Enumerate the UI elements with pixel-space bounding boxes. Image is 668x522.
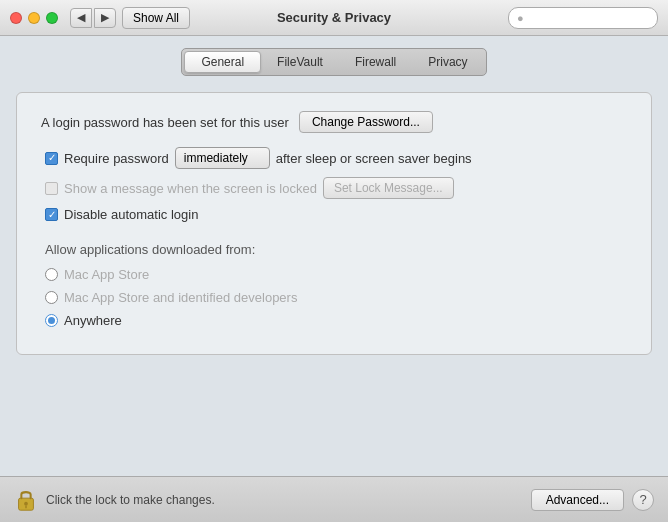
radio-mac-app-store-identified[interactable] (45, 291, 58, 304)
show-all-button[interactable]: Show All (122, 7, 190, 29)
minimize-button[interactable] (28, 12, 40, 24)
window-title: Security & Privacy (277, 10, 391, 25)
set-lock-message-button[interactable]: Set Lock Message... (323, 177, 454, 199)
require-password-label: Require password (64, 151, 169, 166)
search-box: ● (508, 7, 658, 29)
show-message-row: Show a message when the screen is locked… (41, 177, 627, 199)
advanced-button[interactable]: Advanced... (531, 489, 624, 511)
radio-mac-app-store-label: Mac App Store (64, 267, 149, 282)
disable-auto-login-label: Disable automatic login (64, 207, 198, 222)
close-button[interactable] (10, 12, 22, 24)
main-content: General FileVault Firewall Privacy A log… (0, 36, 668, 476)
allow-apps-title: Allow applications downloaded from: (45, 242, 627, 257)
login-row: A login password has been set for this u… (41, 111, 627, 133)
tab-firewall[interactable]: Firewall (339, 51, 412, 73)
require-password-checkbox[interactable] (45, 152, 58, 165)
nav-buttons: ◀ ▶ (70, 8, 116, 28)
radio-anywhere-label: Anywhere (64, 313, 122, 328)
tab-general[interactable]: General (184, 51, 261, 73)
radio-mac-app-store[interactable] (45, 268, 58, 281)
radio-mac-app-store-identified-row: Mac App Store and identified developers (41, 290, 627, 305)
disable-auto-login-checkbox[interactable] (45, 208, 58, 221)
lock-text: Click the lock to make changes. (46, 493, 531, 507)
traffic-lights (10, 12, 58, 24)
after-sleep-label: after sleep or screen saver begins (276, 151, 472, 166)
disable-auto-login-row: Disable automatic login (41, 207, 627, 222)
radio-mac-app-store-identified-label: Mac App Store and identified developers (64, 290, 297, 305)
lock-icon[interactable] (14, 487, 38, 513)
radio-mac-app-store-row: Mac App Store (41, 267, 627, 282)
maximize-button[interactable] (46, 12, 58, 24)
require-password-row: Require password immediately 5 seconds 1… (41, 147, 627, 169)
bottom-bar: Click the lock to make changes. Advanced… (0, 476, 668, 522)
search-input[interactable] (528, 11, 649, 25)
radio-anywhere-row: Anywhere (41, 313, 627, 328)
show-message-label: Show a message when the screen is locked (64, 181, 317, 196)
forward-button[interactable]: ▶ (94, 8, 116, 28)
back-button[interactable]: ◀ (70, 8, 92, 28)
login-text: A login password has been set for this u… (41, 115, 289, 130)
show-message-checkbox[interactable] (45, 182, 58, 195)
tab-privacy[interactable]: Privacy (412, 51, 483, 73)
password-timing-wrapper: immediately 5 seconds 1 minute 5 minutes… (175, 147, 270, 169)
search-icon: ● (517, 12, 524, 24)
tab-bar: General FileVault Firewall Privacy (181, 48, 486, 76)
titlebar: ◀ ▶ Show All Security & Privacy ● (0, 0, 668, 36)
password-timing-dropdown[interactable]: immediately 5 seconds 1 minute 5 minutes… (175, 147, 270, 169)
general-panel: A login password has been set for this u… (16, 92, 652, 355)
tab-filevault[interactable]: FileVault (261, 51, 339, 73)
svg-point-1 (24, 501, 28, 505)
help-button[interactable]: ? (632, 489, 654, 511)
radio-anywhere[interactable] (45, 314, 58, 327)
change-password-button[interactable]: Change Password... (299, 111, 433, 133)
tabs-container: General FileVault Firewall Privacy (16, 48, 652, 76)
